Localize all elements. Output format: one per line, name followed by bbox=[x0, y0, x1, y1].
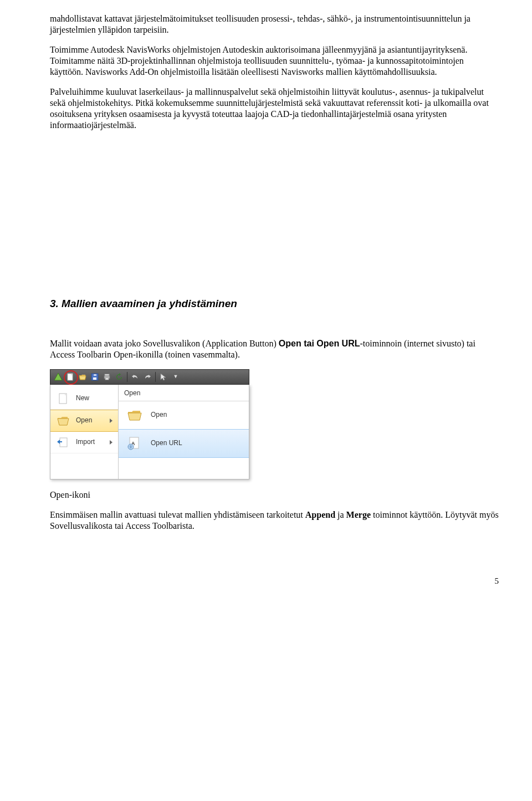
import-icon bbox=[56, 436, 70, 448]
new-document-icon bbox=[56, 392, 70, 405]
qat-separator-2 bbox=[155, 372, 156, 382]
redo-icon[interactable] bbox=[142, 371, 153, 382]
open-url-icon: A bbox=[125, 435, 144, 452]
svg-rect-2 bbox=[93, 377, 96, 380]
section3-intro-before: Mallit voidaan avata joko Sovellusvaliko… bbox=[50, 339, 279, 348]
paragraph-1: mahdollistavat kattavat järjestelmätoimi… bbox=[50, 13, 499, 35]
open-icon-caption: Open-ikoni bbox=[50, 489, 499, 501]
section3-intro: Mallit voidaan avata joko Sovellusvaliko… bbox=[50, 338, 499, 360]
appmenu-screenshot: ▼ New Open Import bbox=[50, 369, 249, 479]
menu-item-new-label: New bbox=[76, 394, 89, 402]
submenu-item-open-url[interactable]: A Open URL bbox=[119, 429, 249, 458]
open-folder-icon-submenu bbox=[125, 407, 144, 424]
section3-outro-mid: ja bbox=[335, 510, 346, 519]
submenu-open-url-label: Open URL bbox=[151, 439, 182, 447]
app-menu-right-column: Open Open A Open URL bbox=[119, 385, 249, 479]
submenu-item-open[interactable]: Open bbox=[119, 401, 249, 429]
section-heading-3: 3. Mallien avaaminen ja yhdistäminen bbox=[50, 297, 499, 310]
select-icon[interactable] bbox=[158, 371, 169, 382]
app-logo-icon[interactable] bbox=[53, 371, 64, 382]
new-file-icon[interactable] bbox=[65, 371, 76, 382]
dropdown-icon[interactable]: ▼ bbox=[170, 371, 181, 382]
submenu-arrow-icon bbox=[110, 440, 112, 445]
menu-item-import[interactable]: Import bbox=[50, 432, 118, 453]
svg-rect-3 bbox=[94, 374, 96, 376]
menu-item-open[interactable]: Open bbox=[50, 410, 118, 432]
qat-separator bbox=[127, 372, 127, 382]
submenu-open-label: Open bbox=[151, 411, 167, 419]
menu-item-new[interactable]: New bbox=[50, 388, 118, 410]
submenu-header: Open bbox=[119, 387, 249, 401]
undo-icon[interactable] bbox=[130, 371, 141, 382]
merge-bold: Merge bbox=[346, 510, 371, 519]
refresh-icon[interactable] bbox=[114, 371, 125, 382]
menu-item-open-label: Open bbox=[76, 416, 92, 425]
app-menu-panel: New Open Import Open bbox=[50, 385, 249, 479]
append-bold: Append bbox=[305, 510, 335, 519]
section3-open-url-bold: Open tai Open URL bbox=[279, 339, 360, 348]
submenu-arrow-icon bbox=[110, 419, 112, 423]
print-icon[interactable] bbox=[101, 371, 112, 382]
menu-item-import-label: Import bbox=[76, 438, 95, 446]
section3-outro: Ensimmäisen mallin avattuasi tulevat mal… bbox=[50, 509, 499, 532]
section3-outro-before: Ensimmäisen mallin avattuasi tulevat mal… bbox=[50, 510, 305, 519]
open-folder-icon[interactable] bbox=[77, 371, 88, 382]
quick-access-toolbar: ▼ bbox=[50, 369, 249, 385]
svg-rect-6 bbox=[105, 378, 109, 380]
save-icon[interactable] bbox=[89, 371, 100, 382]
paragraph-2: Toimimme Autodesk NavisWorks ohjelmistoj… bbox=[50, 44, 499, 78]
open-folder-icon-large bbox=[56, 415, 70, 427]
page-number: 5 bbox=[50, 576, 499, 586]
paragraph-3: Palveluihimme kuuluvat laserkeilaus- ja … bbox=[50, 86, 499, 131]
app-menu-left-column: New Open Import bbox=[50, 385, 119, 479]
